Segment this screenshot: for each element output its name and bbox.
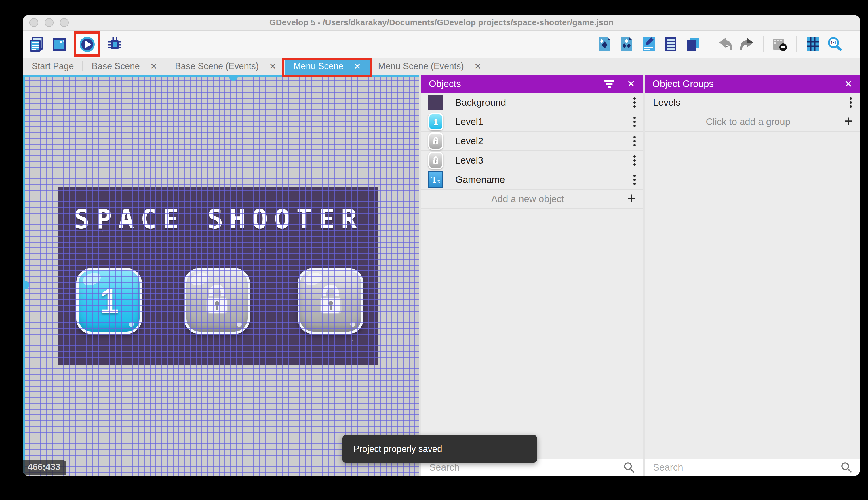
- mask-icon[interactable]: [772, 36, 788, 53]
- close-panel-icon[interactable]: ✕: [844, 79, 853, 89]
- lock-icon: [314, 283, 348, 319]
- vertical-scrollbar-thumb[interactable]: [25, 281, 30, 289]
- toolbar-right-group: 1:1: [597, 36, 843, 53]
- editor-content: SPACE SHOOTER 1: [23, 75, 860, 476]
- level1-number: 1: [99, 281, 119, 321]
- horizontal-scrollbar[interactable]: [23, 75, 419, 77]
- close-tab-icon[interactable]: ✕: [474, 61, 481, 71]
- objects-panel: Objects ✕ Background 1 Level1: [421, 75, 643, 476]
- tab-label: Base Scene: [92, 61, 140, 71]
- preview-play-highlight-frame: [74, 31, 101, 57]
- close-tab-icon[interactable]: ✕: [269, 61, 276, 71]
- svg-text:1:1: 1:1: [831, 41, 836, 45]
- toolbar-separator: [763, 36, 764, 53]
- object-row-gamename[interactable]: Tx Gamename: [421, 170, 643, 190]
- level2-thumbnail: [428, 134, 443, 149]
- panel-divider[interactable]: [419, 75, 421, 476]
- toolbar-separator: [708, 36, 709, 53]
- add-group-row[interactable]: Click to add a group +: [645, 112, 860, 132]
- tab-label: Menu Scene: [293, 61, 343, 71]
- tab-base-scene[interactable]: Base Scene ✕: [83, 58, 165, 75]
- tab-menu-scene-events[interactable]: Menu Scene (Events) ✕: [370, 58, 490, 75]
- save-toast: Project properly saved: [342, 435, 537, 463]
- level3-thumbnail: [428, 153, 443, 168]
- scene-background[interactable]: SPACE SHOOTER 1: [58, 187, 378, 365]
- object-menu-icon[interactable]: [633, 116, 636, 128]
- object-groups-search-bar: [645, 458, 860, 476]
- object-row-background[interactable]: Background: [421, 93, 643, 112]
- object-menu-icon[interactable]: [633, 174, 636, 186]
- layers-icon[interactable]: [684, 36, 701, 53]
- object-groups-search-input[interactable]: [653, 462, 840, 473]
- cursor-coordinates-badge: 466;433: [23, 460, 66, 475]
- objects-panel-title: Objects: [429, 78, 461, 89]
- search-icon[interactable]: [840, 462, 853, 474]
- add-object-row[interactable]: Add a new object +: [421, 190, 643, 209]
- close-panel-icon[interactable]: ✕: [627, 79, 635, 89]
- tab-menu-scene[interactable]: Menu Scene ✕: [285, 58, 369, 75]
- objects-editor-icon[interactable]: [597, 36, 613, 53]
- preview-play-icon[interactable]: [79, 36, 95, 53]
- objects-search-input[interactable]: [429, 462, 623, 473]
- undo-icon[interactable]: [717, 36, 733, 53]
- add-group-plus-icon[interactable]: +: [844, 113, 853, 128]
- scene-tab-bar: Start Page Base Scene ✕ Base Scene (Even…: [23, 58, 860, 75]
- toolbar-separator: [796, 36, 797, 53]
- instances-list-icon[interactable]: [662, 36, 679, 53]
- redo-icon[interactable]: [739, 36, 755, 53]
- object-menu-icon[interactable]: [633, 135, 636, 147]
- gdevelop-window: GDevelop 5 - /Users/dkarakay/Documents/G…: [23, 15, 860, 476]
- tab-base-scene-events[interactable]: Base Scene (Events) ✕: [166, 58, 285, 75]
- level1-button-object[interactable]: 1: [76, 268, 142, 334]
- scene-canvas[interactable]: SPACE SHOOTER 1: [23, 75, 419, 476]
- tab-label: Base Scene (Events): [175, 61, 259, 71]
- object-menu-icon[interactable]: [633, 155, 636, 167]
- grid-icon[interactable]: [805, 36, 821, 53]
- scenes-icon[interactable]: [51, 36, 67, 53]
- object-groups-panel-title: Object Groups: [653, 78, 714, 89]
- lock-icon: [200, 283, 234, 319]
- properties-icon[interactable]: [641, 36, 657, 53]
- toolbar-left-group: [29, 31, 123, 57]
- screenshot-root: GDevelop 5 - /Users/dkarakay/Documents/G…: [0, 0, 868, 500]
- add-object-plus-icon[interactable]: +: [627, 191, 636, 206]
- toast-message: Project properly saved: [353, 444, 442, 454]
- object-row-level3[interactable]: Level3: [421, 151, 643, 170]
- tab-label: Start Page: [32, 61, 74, 71]
- filter-icon[interactable]: [604, 80, 614, 88]
- project-manager-icon[interactable]: [29, 36, 45, 53]
- object-groups-empty-area: [645, 132, 860, 458]
- debug-icon[interactable]: [107, 36, 123, 53]
- vertical-scrollbar[interactable]: [23, 75, 25, 476]
- panel-divider[interactable]: [643, 75, 645, 476]
- object-row-level1[interactable]: 1 Level1: [421, 112, 643, 132]
- tab-label: Menu Scene (Events): [378, 61, 464, 71]
- objects-panel-header: Objects ✕: [421, 75, 643, 93]
- zoom-one-to-one-icon[interactable]: 1:1: [826, 36, 843, 53]
- level3-button-object[interactable]: [298, 268, 363, 334]
- window-title: GDevelop 5 - /Users/dkarakay/Documents/G…: [23, 18, 860, 27]
- object-groups-panel: Object Groups ✕ Levels Click to add a gr…: [645, 75, 860, 476]
- main-toolbar: 1:1: [23, 31, 860, 58]
- object-groups-panel-header: Object Groups ✕: [645, 75, 860, 93]
- level2-button-object[interactable]: [184, 268, 250, 334]
- tab-start-page[interactable]: Start Page: [23, 58, 82, 75]
- object-row-level2[interactable]: Level2: [421, 132, 643, 151]
- group-row-levels[interactable]: Levels: [645, 93, 860, 112]
- scene-title-text-object[interactable]: SPACE SHOOTER: [58, 204, 378, 235]
- object-menu-icon[interactable]: [633, 96, 636, 109]
- horizontal-scrollbar-thumb[interactable]: [229, 77, 238, 81]
- level1-thumbnail: 1: [428, 114, 443, 129]
- background-thumbnail: [428, 95, 443, 110]
- objects-panel-empty-area: [421, 209, 643, 458]
- close-tab-icon[interactable]: ✕: [150, 61, 157, 71]
- gamename-thumbnail: Tx: [428, 172, 443, 187]
- search-icon[interactable]: [623, 462, 635, 474]
- close-tab-icon[interactable]: ✕: [354, 61, 361, 71]
- title-bar: GDevelop 5 - /Users/dkarakay/Documents/G…: [23, 15, 860, 31]
- object-groups-editor-icon[interactable]: [619, 36, 635, 53]
- group-menu-icon[interactable]: [849, 96, 852, 109]
